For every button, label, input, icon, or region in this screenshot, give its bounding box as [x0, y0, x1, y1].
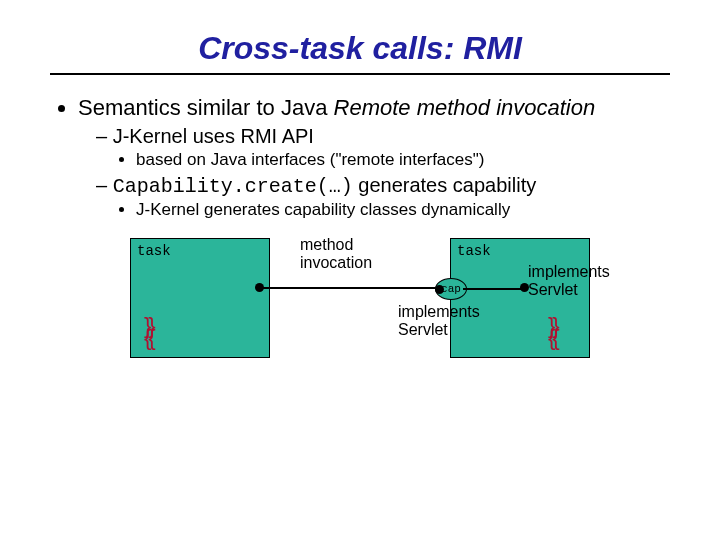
bullet-cap-rest: generates capability: [353, 174, 536, 196]
label-implements-servlet-task: implements Servlet: [528, 263, 610, 298]
call-line-right: [463, 288, 523, 290]
threads-icon-right: ︎}}{{: [548, 320, 557, 344]
slide: Cross-task calls: RMI Semantics similar …: [0, 0, 720, 398]
bullet-list-l3a: based on Java interfaces ("remote interf…: [96, 150, 670, 170]
bullet-semantics-text-b: Remote method invocation: [334, 95, 596, 120]
bullet-semantics: Semantics similar to Java Remote method …: [78, 95, 670, 220]
bullet-list-l1: Semantics similar to Java Remote method …: [50, 95, 670, 220]
title-underline: [50, 73, 670, 75]
bullet-dynamic-classes: J-Kernel generates capability classes dy…: [136, 200, 670, 220]
bullet-list-l3b: J-Kernel generates capability classes dy…: [96, 200, 670, 220]
label-method-invocation: method invocation: [300, 236, 372, 271]
bullet-capability-create: Capability.create(…) generates capabilit…: [96, 174, 670, 220]
bullet-jkernel-rmi: J-Kernel uses RMI API based on Java inte…: [96, 125, 670, 170]
slide-title: Cross-task calls: RMI: [50, 30, 670, 67]
diagram: task task cap method invocation implemen…: [130, 228, 690, 378]
bullet-list-l2: J-Kernel uses RMI API based on Java inte…: [78, 125, 670, 220]
endpoint-dot-cap: [435, 285, 444, 294]
bullet-semantics-text-a: Semantics similar to Java: [78, 95, 334, 120]
task-label-left: task: [137, 243, 171, 259]
threads-icon-left: ︎}}{{: [144, 320, 153, 344]
bullet-remote-interfaces: based on Java interfaces ("remote interf…: [136, 150, 670, 170]
bullet-jkernel-rmi-text: J-Kernel uses RMI API: [113, 125, 314, 147]
label-implements-servlet-cap: implements Servlet: [398, 303, 480, 338]
bullet-cap-code: Capability.create(…): [113, 175, 353, 198]
call-line-left: [262, 287, 437, 289]
task-label-right: task: [457, 243, 491, 259]
